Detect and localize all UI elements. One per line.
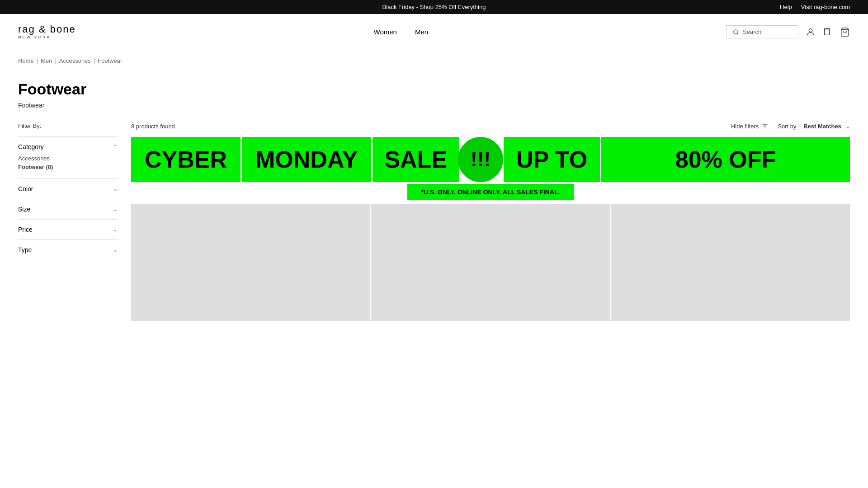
top-banner: Black Friday - Shop 25% Off Everything H… xyxy=(0,0,868,14)
sale-disclaimer: *U.S. ONLY. ONLINE ONLY. ALL SALES FINAL… xyxy=(407,184,573,200)
filter-footwear[interactable]: Footwear (8) xyxy=(18,164,118,170)
page-header: Footwear Footwear xyxy=(0,71,868,122)
category-chevron-up: ⌃ xyxy=(113,144,118,150)
hide-filters-label: Hide filters xyxy=(731,123,759,130)
product-grid xyxy=(131,204,850,321)
search-label: Search xyxy=(743,28,761,35)
size-chevron: ⌄ xyxy=(113,206,118,212)
sale-circle-exclaim: !!! xyxy=(458,137,503,182)
nav-men[interactable]: Men xyxy=(415,28,428,36)
filter-accessories[interactable]: Accessories xyxy=(18,155,118,162)
svg-point-0 xyxy=(734,29,738,33)
sale-block-monday: MONDAY xyxy=(242,137,371,182)
nav-women[interactable]: Women xyxy=(374,28,397,36)
price-chevron: ⌄ xyxy=(113,226,118,233)
filter-by-label: Filter By: xyxy=(18,122,118,129)
account-icon xyxy=(806,27,816,37)
sort-by-label: Sort by xyxy=(778,123,796,130)
svg-line-1 xyxy=(737,33,739,34)
type-header[interactable]: Type ⌄ xyxy=(18,246,118,253)
svg-rect-3 xyxy=(825,28,830,35)
category-header[interactable]: Category ⌃ xyxy=(18,143,118,150)
breadcrumb-sep-2: | xyxy=(55,57,56,64)
category-items: Accessories Footwear (8) xyxy=(18,155,118,170)
sort-by: Sort by: Best Matches ⌄ xyxy=(778,123,850,130)
breadcrumb-sep-1: | xyxy=(37,57,38,64)
logo-main: rag & bone xyxy=(18,24,76,34)
breadcrumb: Home | Men | Accessories | Footwear xyxy=(0,50,868,71)
logo-sub: NEW YORK xyxy=(18,35,76,39)
product-card[interactable] xyxy=(371,204,610,321)
header-icons: Search xyxy=(726,25,850,38)
product-card[interactable] xyxy=(131,204,370,321)
breadcrumb-sep-3: | xyxy=(94,57,95,64)
sale-block-upto: UP TO xyxy=(504,137,600,182)
top-banner-links: Help Visit rag-bone.com xyxy=(780,4,850,10)
main-content: Filter By: Category ⌃ Accessories Footwe… xyxy=(0,122,868,321)
product-card[interactable] xyxy=(611,204,850,321)
wishlist-icon xyxy=(823,27,833,37)
breadcrumb-accessories[interactable]: Accessories xyxy=(59,57,91,64)
category-label: Category xyxy=(18,143,44,150)
cart-button[interactable] xyxy=(840,27,850,37)
sale-block-cyber: CYBER xyxy=(131,137,241,182)
products-toolbar: 8 products found Hide filters Sort by: B… xyxy=(131,122,850,130)
size-header[interactable]: Size ⌄ xyxy=(18,206,118,213)
account-button[interactable] xyxy=(806,27,816,37)
type-chevron: ⌄ xyxy=(113,247,118,253)
sort-chevron: ⌄ xyxy=(846,123,850,129)
visit-link[interactable]: Visit rag-bone.com xyxy=(801,4,850,10)
filter-type: Type ⌄ xyxy=(18,239,118,260)
banner-inner: CYBER MONDAY SALE !!! UP TO 80% OFF xyxy=(131,137,850,182)
cart-icon xyxy=(840,27,850,37)
products-area: 8 products found Hide filters Sort by: B… xyxy=(131,122,850,321)
logo[interactable]: rag & bone NEW YORK xyxy=(18,24,76,39)
color-label: Color xyxy=(18,185,33,192)
breadcrumb-footwear[interactable]: Footwear xyxy=(98,57,122,64)
help-link[interactable]: Help xyxy=(780,4,792,10)
sale-block-sale: SALE xyxy=(373,137,459,182)
filter-size: Size ⌄ xyxy=(18,199,118,219)
filter-price: Price ⌄ xyxy=(18,219,118,239)
sort-by-value: Best Matches xyxy=(803,123,841,130)
type-label: Type xyxy=(18,246,32,253)
wishlist-button[interactable] xyxy=(823,27,833,37)
color-header[interactable]: Color ⌄ xyxy=(18,185,118,192)
filter-category: Category ⌃ Accessories Footwear (8) xyxy=(18,136,118,178)
size-label: Size xyxy=(18,206,30,213)
main-nav: Women Men xyxy=(374,28,429,36)
products-count: 8 products found xyxy=(131,123,175,130)
filter-color: Color ⌄ xyxy=(18,178,118,199)
sidebar: Filter By: Category ⌃ Accessories Footwe… xyxy=(18,122,118,321)
color-chevron: ⌄ xyxy=(113,186,118,192)
page-title: Footwear xyxy=(18,80,850,98)
price-label: Price xyxy=(18,226,33,233)
top-banner-text: Black Friday - Shop 25% Off Everything xyxy=(382,4,486,10)
search-box[interactable]: Search xyxy=(726,25,798,38)
page-subtitle: Footwear xyxy=(18,102,850,109)
sale-banner[interactable]: CYBER MONDAY SALE !!! UP TO 80% OFF *U.S… xyxy=(131,137,850,200)
price-header[interactable]: Price ⌄ xyxy=(18,226,118,233)
search-icon xyxy=(733,29,739,35)
filter-icon xyxy=(761,122,769,130)
breadcrumb-men[interactable]: Men xyxy=(41,57,52,64)
header: rag & bone NEW YORK Women Men Search xyxy=(0,14,868,50)
sale-block-80off: 80% OFF xyxy=(601,137,850,182)
hide-filters-button[interactable]: Hide filters xyxy=(731,122,769,130)
toolbar-right: Hide filters Sort by: Best Matches ⌄ xyxy=(731,122,850,130)
svg-point-2 xyxy=(809,28,812,32)
disclaimer-wrapper: *U.S. ONLY. ONLINE ONLY. ALL SALES FINAL… xyxy=(131,184,850,200)
breadcrumb-home[interactable]: Home xyxy=(18,57,34,64)
